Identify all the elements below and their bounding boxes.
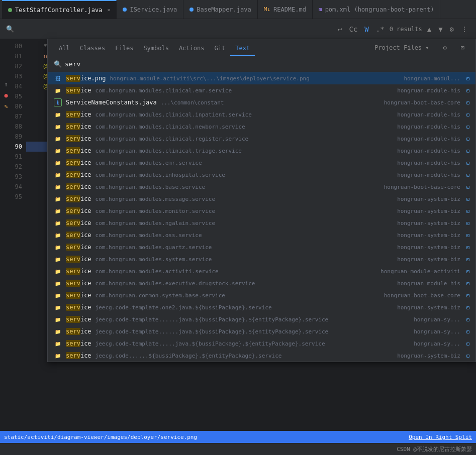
tab-iservice[interactable]: IService.java [117,0,183,19]
result-icon-folder-14: 📁 [54,243,62,251]
panel-tab-actions[interactable]: Actions [174,43,210,56]
result-path-8: com.hongruan.modules.inhospital.service [96,172,394,178]
result-item-18[interactable]: 📁 service com.hongruan.common.system.bas… [48,289,475,301]
result-module-15: hongruan-system-biz [397,256,460,263]
result-item-19[interactable]: 📁 service jeecg.code-template.one2.java.… [48,301,475,313]
result-icon-folder-3: 📁 [54,110,62,119]
panel-filter-btn[interactable]: ⚙ [438,42,452,54]
panel-tab-classes[interactable]: Classes [75,43,111,56]
result-module-icon-20: ⊡ [466,317,469,322]
result-icon-folder-5: 📁 [54,135,62,143]
panel-tab-symbols[interactable]: Symbols [138,43,174,56]
result-icon-image: 🖼 [54,74,62,82]
result-icon-folder-13: 📁 [54,231,62,239]
result-path-15: com.hongruan.modules.system.service [96,256,394,263]
result-name-17: service [66,280,91,287]
result-module-16: hongruan-module-activiti [380,268,460,275]
result-item-9[interactable]: 📁 service com.hongruan.modules.base.serv… [48,181,475,193]
result-name-11: service [66,207,91,214]
result-item-13[interactable]: 📁 service com.hongruan.modules.oss.servi… [48,229,475,241]
result-icon-folder-23: 📁 [54,352,62,360]
result-item-20[interactable]: 📁 service jeecg.code-template......java.… [48,313,475,325]
tab-teststaffcontroller[interactable]: TestStaffController.java ✕ [2,0,117,19]
panel-tab-git[interactable]: Git [210,43,231,56]
result-module-icon-17: ⊡ [466,281,469,286]
tab-pomxml[interactable]: m pom.xml (hongruan-boot-parent) [313,0,440,19]
result-module-icon-13: ⊡ [466,233,469,238]
result-module-0: hongruan-modul... [404,75,460,82]
result-item-16[interactable]: 📁 service com.hongruan.modules.activiti.… [48,265,475,277]
result-name-9: service [66,183,91,190]
result-item-5[interactable]: 📁 service com.hongruan.modules.clinical.… [48,133,475,145]
result-item-21[interactable]: 📁 service jeecg.code-template......java.… [48,325,475,337]
tab-dot-blue-2 [189,8,194,12]
result-item-22[interactable]: 📁 service jeecg.code-template.....java.$… [48,337,475,350]
case-sensitive-btn[interactable]: Cc [347,24,360,34]
result-module-icon-23: ⊡ [466,353,469,359]
ln-82: 82 [2,61,22,71]
result-name-5: service [66,135,91,142]
result-name-22: service [66,340,91,347]
result-item-12[interactable]: 📁 service com.hongruan.modules.ngalain.s… [48,217,475,229]
result-item-0[interactable]: 🖼 service.png hongruan-module-activiti\s… [48,72,475,84]
result-path-17: com.hongruan.modules.executive.drugstock… [96,280,394,287]
result-path-4: com.hongruan.modules.clinical.newborn.se… [96,124,394,130]
result-item-10[interactable]: 📁 service com.hongruan.modules.message.s… [48,193,475,205]
result-item-1[interactable]: 📁 service com.hongruan.modules.clinical.… [48,84,475,96]
tab-close-1[interactable]: ✕ [107,7,110,13]
search-panel: All Classes Files Symbols Actions Git Te… [47,39,476,362]
result-item-3[interactable]: 📁 service com.hongruan.modules.clinical.… [48,108,475,121]
result-icon-folder-17: 📁 [54,279,62,287]
result-path-5: com.hongruan.modules.clinical.register.s… [96,136,394,142]
result-highlight-0: serv [66,75,80,82]
regex-btn[interactable]: .* [374,24,387,34]
panel-expand-btn[interactable]: ⊡ [456,42,469,54]
tab-readme[interactable]: M↓ README.md [258,0,313,19]
result-item-2[interactable]: ℹ ServiceNameConstants.java ...\common\c… [48,96,475,108]
result-item-6[interactable]: 📁 service com.hongruan.modules.clinical.… [48,145,475,157]
edit-icon[interactable]: ✎ [2,102,10,110]
result-module-5: hongruan-module-his [397,136,460,142]
panel-search-icon: 🔍 [54,60,62,68]
prev-result-btn[interactable]: ▲ [425,24,433,34]
result-module-icon-18: ⊡ [466,293,469,298]
refresh-icon[interactable]: ↩ [336,24,344,34]
filter-btn[interactable]: ⚙ [448,24,456,34]
result-module-icon-16: ⊡ [466,269,469,274]
result-item-15[interactable]: 📁 service com.hongruan.modules.system.se… [48,253,475,265]
result-icon-folder-6: 📁 [54,147,62,155]
result-item-8[interactable]: 📁 service com.hongruan.modules.inhospita… [48,169,475,181]
panel-tab-files[interactable]: Files [110,43,138,56]
panel-tab-all[interactable]: All [54,43,75,56]
open-in-right-split-btn[interactable]: Open In Right Split [409,434,472,440]
debug-icon[interactable]: ● [2,91,10,99]
result-item-23[interactable]: 📁 service jeecg.code......${bussiPackage… [48,350,475,362]
upload-icon[interactable]: ↑ [2,80,10,88]
result-item-14[interactable]: 📁 service com.hongruan.modules.quartz.se… [48,241,475,253]
result-module-icon-22: ⊡ [466,341,469,347]
panel-search-input[interactable] [65,60,469,68]
panel-tab-text[interactable]: Text [230,43,255,56]
panel-search-row: 🔍 [48,56,475,72]
project-files-dropdown[interactable]: Project Files ▾ [369,42,434,54]
result-name-12: service [66,219,91,226]
whole-word-btn[interactable]: W [362,24,370,34]
result-item-4[interactable]: 📁 service com.hongruan.modules.clinical.… [48,121,475,133]
result-module-icon-15: ⊡ [466,257,469,262]
tab-dot-green [8,8,12,12]
tab-basemapper[interactable]: BaseMapper.java [183,0,257,19]
result-module-icon-8: ⊡ [466,172,469,178]
result-module-13: hongruan-system-biz [397,232,460,239]
result-icon-folder-12: 📁 [54,219,62,227]
result-item-17[interactable]: 📁 service com.hongruan.modules.executive… [48,277,475,289]
ln-94: 94 [2,182,22,192]
result-item-7[interactable]: 📁 service com.hongruan.modules.emr.servi… [48,157,475,169]
result-module-icon-5: ⊡ [466,136,469,142]
more-btn[interactable]: ⋮ [459,24,470,34]
result-name-3: service [66,111,91,118]
result-icon-folder-11: 📁 [54,207,62,215]
result-item-11[interactable]: 📁 service com.hongruan.modules.monitor.s… [48,205,475,217]
tab-icon-pom: m [319,6,322,13]
next-result-btn[interactable]: ▼ [436,24,444,34]
result-name-6: service [66,147,91,154]
